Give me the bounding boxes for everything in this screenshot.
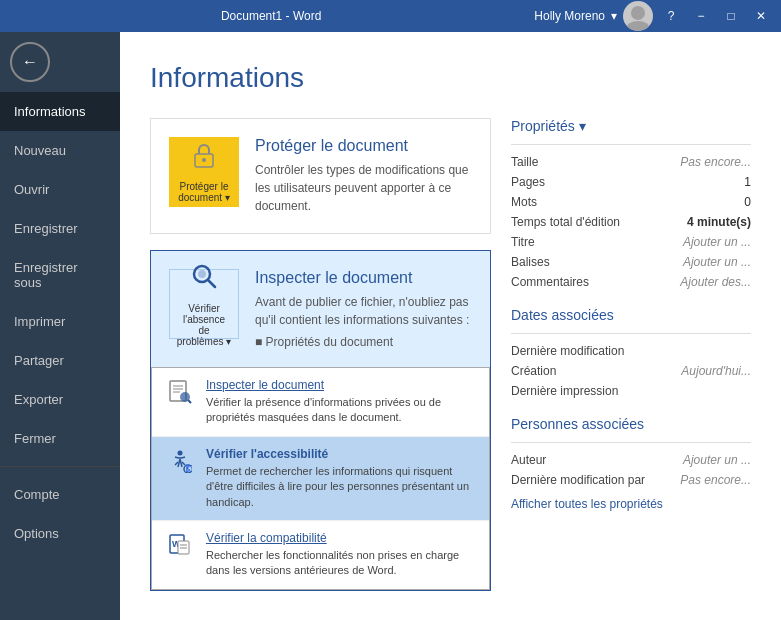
user-area: Holly Moreno ▾ ? − □ ✕ — [534, 1, 773, 31]
prop-label-derniere-modif: Dernière modification — [511, 344, 624, 358]
inspect-title: Inspecter le document — [255, 269, 472, 287]
prop-value-balises[interactable]: Ajouter un ... — [683, 255, 751, 269]
protect-icon-box[interactable]: Protéger ledocument ▾ — [169, 137, 239, 207]
restore-btn[interactable]: □ — [719, 4, 743, 28]
sidebar-label-compte: Compte — [14, 487, 60, 502]
content-area: Informations Protéger ledocument ▾ — [120, 32, 781, 620]
accessibilite-desc: Permet de rechercher les informations qu… — [206, 464, 475, 510]
inspect-dropdown: Inspecter le document Vérifier la présen… — [151, 367, 490, 590]
sidebar-label-informations: Informations — [14, 104, 86, 119]
properties-title[interactable]: Propriétés ▾ — [511, 118, 751, 134]
sidebar-item-nouveau[interactable]: Nouveau — [0, 131, 120, 170]
protect-text: Protéger le document Contrôler les types… — [255, 137, 472, 215]
prop-row-derniere-modif: Dernière modification — [511, 344, 751, 358]
dropdown-item-compatibilite[interactable]: W Vérifier la compatibilité Rechercher l… — [152, 521, 489, 589]
svg-point-6 — [198, 270, 206, 278]
prop-value-temps: 4 minute(s) — [687, 215, 751, 229]
protect-desc: Contrôler les types de modifications que… — [255, 161, 472, 215]
dropdown-item-accessibilite[interactable]: ♿ Vérifier l'accessibilité Permet de rec… — [152, 437, 489, 521]
inspect-card-header: Vérifier l'absencede problèmes ▾ Inspect… — [151, 251, 490, 367]
dates-divider — [511, 333, 751, 334]
svg-line-5 — [208, 280, 215, 287]
prop-row-derniere-impr: Dernière impression — [511, 384, 751, 398]
prop-row-creation: Création Aujourd'hui... — [511, 364, 751, 378]
prop-label-pages: Pages — [511, 175, 545, 189]
cards-row: Protéger ledocument ▾ Protéger le docume… — [150, 118, 751, 591]
sidebar-item-partager[interactable]: Partager — [0, 341, 120, 380]
left-cards: Protéger ledocument ▾ Protéger le docume… — [150, 118, 491, 591]
sidebar-label-options: Options — [14, 526, 59, 541]
prop-row-mots: Mots 0 — [511, 195, 751, 209]
prop-row-commentaires: Commentaires Ajouter des... — [511, 275, 751, 289]
prop-value-taille: Pas encore... — [680, 155, 751, 169]
props-divider — [511, 144, 751, 145]
prop-value-titre[interactable]: Ajouter un ... — [683, 235, 751, 249]
window-title: Document1 - Word — [221, 9, 321, 23]
persons-title: Personnes associées — [511, 416, 751, 432]
sidebar-item-enregistrer-sous[interactable]: Enregistrer sous — [0, 248, 120, 302]
prop-row-titre: Titre Ajouter un ... — [511, 235, 751, 249]
inspecter-text: Inspecter le document Vérifier la présen… — [206, 378, 475, 426]
sidebar-label-enregistrer-sous: Enregistrer sous — [14, 260, 78, 290]
sidebar-label-ouvrir: Ouvrir — [14, 182, 49, 197]
sidebar-item-fermer[interactable]: Fermer — [0, 419, 120, 458]
help-btn[interactable]: ? — [659, 4, 683, 28]
prop-label-temps: Temps total d'édition — [511, 215, 620, 229]
prop-label-taille: Taille — [511, 155, 538, 169]
sidebar-divider — [0, 466, 120, 467]
protect-card: Protéger ledocument ▾ Protéger le docume… — [150, 118, 491, 234]
persons-divider — [511, 442, 751, 443]
inspect-text: Inspecter le document Avant de publier c… — [255, 269, 472, 349]
prop-label-auteur: Auteur — [511, 453, 546, 467]
all-props-link[interactable]: Afficher toutes les propriétés — [511, 497, 751, 511]
svg-point-0 — [631, 6, 645, 20]
user-dropdown-icon[interactable]: ▾ — [611, 9, 617, 23]
prop-label-titre: Titre — [511, 235, 535, 249]
sidebar: ← Informations Nouveau Ouvrir Enregistre… — [0, 32, 120, 620]
inspect-card: Vérifier l'absencede problèmes ▾ Inspect… — [150, 250, 491, 591]
dates-title: Dates associées — [511, 307, 751, 323]
accessibilite-text: Vérifier l'accessibilité Permet de reche… — [206, 447, 475, 510]
back-button[interactable]: ← — [10, 42, 50, 82]
sidebar-item-ouvrir[interactable]: Ouvrir — [0, 170, 120, 209]
svg-line-12 — [188, 400, 191, 403]
properties-panel: Propriétés ▾ Taille Pas encore... Pages … — [511, 118, 751, 511]
minimize-btn[interactable]: − — [689, 4, 713, 28]
prop-row-pages: Pages 1 — [511, 175, 751, 189]
sidebar-item-exporter[interactable]: Exporter — [0, 380, 120, 419]
dates-section: Dates associées Dernière modification Cr… — [511, 307, 751, 398]
lock-icon — [190, 141, 218, 175]
prop-row-temps: Temps total d'édition 4 minute(s) — [511, 215, 751, 229]
prop-row-taille: Taille Pas encore... — [511, 155, 751, 169]
back-icon: ← — [22, 53, 38, 71]
prop-value-mots: 0 — [744, 195, 751, 209]
sidebar-item-compte[interactable]: Compte — [0, 475, 120, 514]
prop-row-auteur: Auteur Ajouter un ... — [511, 453, 751, 467]
close-btn[interactable]: ✕ — [749, 4, 773, 28]
sidebar-label-imprimer: Imprimer — [14, 314, 65, 329]
prop-value-auteur[interactable]: Ajouter un ... — [683, 453, 751, 467]
sidebar-item-options[interactable]: Options — [0, 514, 120, 553]
sidebar-label-nouveau: Nouveau — [14, 143, 66, 158]
prop-value-creation: Aujourd'hui... — [681, 364, 751, 378]
prop-label-mots: Mots — [511, 195, 537, 209]
sidebar-item-enregistrer[interactable]: Enregistrer — [0, 209, 120, 248]
inspect-icon-box[interactable]: Vérifier l'absencede problèmes ▾ — [169, 269, 239, 339]
sidebar-label-fermer: Fermer — [14, 431, 56, 446]
compatibilite-icon: W — [166, 531, 194, 559]
accessibilite-title: Vérifier l'accessibilité — [206, 447, 475, 461]
inspect-desc: Avant de publier ce fichier, n'oubliez p… — [255, 293, 472, 329]
prop-value-commentaires[interactable]: Ajouter des... — [680, 275, 751, 289]
compatibilite-text: Vérifier la compatibilité Rechercher les… — [206, 531, 475, 579]
username: Holly Moreno — [534, 9, 605, 23]
prop-row-derniere-modif-par: Dernière modification par Pas encore... — [511, 473, 751, 487]
protect-title: Protéger le document — [255, 137, 472, 155]
sidebar-label-exporter: Exporter — [14, 392, 63, 407]
sidebar-item-informations[interactable]: Informations — [0, 92, 120, 131]
prop-label-balises: Balises — [511, 255, 550, 269]
compatibilite-desc: Rechercher les fonctionnalités non prise… — [206, 548, 475, 579]
dropdown-item-inspecter[interactable]: Inspecter le document Vérifier la présen… — [152, 368, 489, 437]
inspecter-desc: Vérifier la présence d'informations priv… — [206, 395, 475, 426]
prop-label-derniere-impr: Dernière impression — [511, 384, 618, 398]
sidebar-item-imprimer[interactable]: Imprimer — [0, 302, 120, 341]
